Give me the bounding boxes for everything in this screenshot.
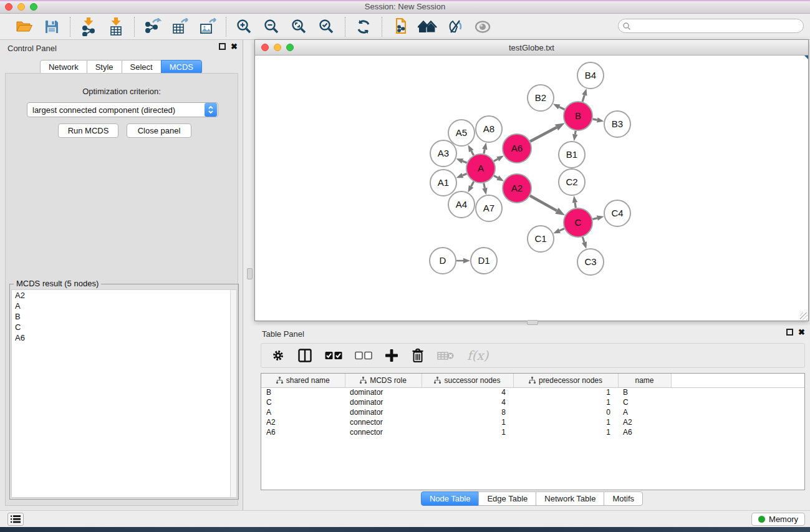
node-C4[interactable]: C4 — [604, 200, 630, 226]
edge-A6-B[interactable] — [530, 127, 556, 141]
node-A4[interactable]: A4 — [448, 191, 475, 218]
horizontal-divider-handle[interactable] — [527, 320, 538, 325]
import-table-icon[interactable] — [104, 16, 128, 37]
node-B1[interactable]: B1 — [559, 142, 585, 168]
node-A6[interactable]: A6 — [503, 134, 531, 163]
column-header-predecessor-nodes[interactable]: predecessor nodes — [513, 374, 618, 387]
edge-C-C4[interactable] — [592, 218, 597, 220]
table-row[interactable]: Adominator80A — [261, 407, 804, 417]
mcds-result-item[interactable]: A — [12, 301, 236, 311]
table-row[interactable]: Cdominator41C — [261, 397, 804, 407]
tab-network[interactable]: Network — [40, 60, 87, 74]
tab-node-table[interactable]: Node Table — [421, 491, 480, 506]
table-row[interactable]: A2connector11A2 — [261, 417, 804, 427]
table-cell[interactable]: 4 — [422, 397, 513, 407]
network-from-document-icon[interactable] — [388, 16, 412, 37]
mcds-result-item[interactable]: A6 — [12, 332, 236, 343]
tab-style[interactable]: Style — [87, 60, 122, 74]
node-D1[interactable]: D1 — [471, 248, 497, 274]
export-image-icon[interactable] — [196, 16, 219, 37]
node-A7[interactable]: A7 — [476, 195, 502, 221]
select-all-icon[interactable] — [325, 346, 342, 365]
search-field[interactable] — [618, 19, 804, 33]
edge-A-A1[interactable] — [463, 174, 467, 176]
zoom-out-icon[interactable] — [260, 16, 284, 37]
table-cell[interactable]: connector — [345, 417, 422, 427]
table-cell[interactable]: 1 — [513, 427, 618, 437]
edge-A-A6[interactable] — [494, 159, 498, 161]
zoom-fit-icon[interactable] — [287, 16, 311, 37]
edge-B-B3[interactable] — [593, 119, 597, 120]
table-cell[interactable]: B — [618, 387, 671, 397]
node-B3[interactable]: B3 — [604, 111, 630, 137]
table-cell[interactable]: A6 — [261, 427, 345, 437]
edge-A-A3[interactable] — [463, 161, 467, 163]
refresh-icon[interactable] — [352, 16, 375, 37]
edge-A-A7[interactable] — [484, 183, 485, 188]
scrollbar-track[interactable] — [230, 290, 236, 497]
edge-B-B2[interactable] — [559, 107, 565, 109]
node-B[interactable]: B — [564, 102, 592, 130]
table-cell[interactable]: C — [261, 397, 345, 407]
tab-edge-table[interactable]: Edge Table — [478, 491, 536, 506]
mcds-result-item[interactable]: C — [12, 322, 236, 332]
table-cell[interactable]: B — [261, 387, 345, 397]
node-A[interactable]: A — [466, 154, 495, 183]
node-C1[interactable]: C1 — [528, 226, 554, 252]
column-header-successor-nodes[interactable]: successor nodes — [422, 374, 513, 387]
vertical-divider-handle[interactable] — [247, 268, 253, 279]
export-table-icon[interactable] — [168, 16, 192, 37]
hide-annotations-icon[interactable] — [443, 16, 467, 37]
node-C3[interactable]: C3 — [577, 249, 604, 275]
app-titlebar[interactable]: Session: New Session — [0, 0, 810, 14]
edge-A-A8[interactable] — [484, 149, 485, 153]
edge-C-C1[interactable] — [559, 229, 564, 231]
zoom-selected-icon[interactable] — [315, 16, 339, 37]
task-history-button[interactable] — [7, 513, 24, 526]
table-cell[interactable]: 1 — [422, 417, 513, 427]
node-A8[interactable]: A8 — [476, 116, 502, 142]
show-columns-icon[interactable] — [297, 346, 312, 365]
show-graphics-details-icon[interactable] — [471, 16, 494, 37]
export-network-icon[interactable] — [141, 16, 165, 37]
table-cell[interactable]: 0 — [513, 407, 618, 417]
float-panel-icon[interactable] — [219, 43, 226, 50]
zoom-in-icon[interactable] — [233, 16, 256, 37]
table-cell[interactable]: connector — [345, 427, 422, 437]
node-B4[interactable]: B4 — [577, 62, 604, 89]
add-row-icon[interactable] — [385, 346, 398, 365]
run-mcds-button[interactable]: Run MCDS — [58, 123, 118, 138]
close-table-panel-icon[interactable]: ✖ — [798, 329, 805, 336]
close-panel-icon[interactable]: ✖ — [231, 43, 238, 50]
node-A2[interactable]: A2 — [503, 174, 531, 203]
table-row[interactable]: Bdominator41B — [261, 387, 804, 397]
edge-C-C3[interactable] — [582, 237, 584, 243]
criterion-select[interactable]: largest connected component (directed) — [27, 102, 218, 117]
edge-A-A5[interactable] — [471, 151, 474, 155]
open-session-icon[interactable] — [12, 16, 36, 37]
search-input[interactable] — [631, 21, 803, 31]
memory-button[interactable]: Memory — [751, 513, 805, 526]
table-cell[interactable]: C — [618, 397, 671, 407]
edge-A-A4[interactable] — [471, 181, 474, 186]
table-cell[interactable]: 1 — [513, 387, 618, 397]
table-cell[interactable]: 4 — [422, 387, 513, 397]
table-cell[interactable]: A — [261, 407, 345, 417]
network-window-titlebar[interactable]: testGlobe.txt — [255, 40, 808, 56]
table-cell[interactable]: A2 — [618, 417, 671, 427]
column-header-name[interactable]: name — [618, 374, 671, 387]
mcds-result-item[interactable]: A2 — [12, 290, 236, 301]
edge-B-B4[interactable] — [582, 95, 584, 102]
tab-mcds[interactable]: MCDS — [161, 60, 202, 74]
mcds-result-item[interactable]: B — [12, 311, 236, 322]
network-canvas[interactable]: B4B2BB3B1A5A8A6A3AA1A2C2A4A7CC4C1C3DD1 — [255, 56, 808, 321]
edge-C-C2[interactable] — [575, 203, 576, 208]
import-network-icon[interactable] — [77, 16, 100, 37]
table-settings-icon[interactable] — [271, 346, 285, 365]
node-C[interactable]: C — [564, 208, 592, 237]
table-cell[interactable]: A6 — [618, 427, 671, 437]
node-A5[interactable]: A5 — [448, 120, 475, 146]
node-A1[interactable]: A1 — [430, 170, 456, 196]
home-views-icon[interactable] — [416, 16, 440, 37]
table-cell[interactable]: dominator — [345, 387, 422, 397]
